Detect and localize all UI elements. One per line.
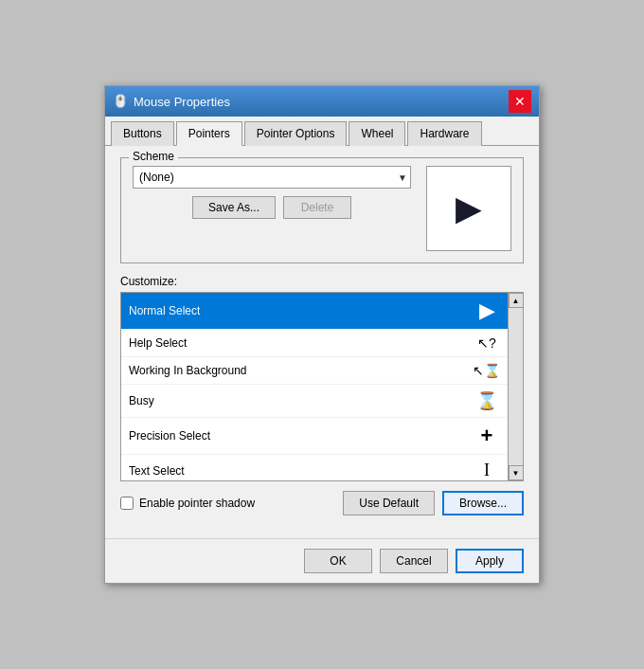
list-item-text-select[interactable]: Text Select I [121, 455, 508, 481]
ok-button[interactable]: OK [304, 549, 372, 573]
list-item-name: Normal Select [129, 304, 200, 317]
list-item-name: Help Select [129, 336, 187, 350]
content-area: Scheme (None) ▼ Save As... Delete ▶ [105, 146, 539, 538]
cancel-button[interactable]: Cancel [380, 549, 448, 573]
list-item-name: Precision Select [129, 429, 210, 443]
scheme-group-label: Scheme [129, 150, 178, 163]
list-item-busy[interactable]: Busy ⌛ [121, 385, 508, 418]
close-button[interactable]: ✕ [509, 90, 531, 113]
scheme-left: (None) ▼ Save As... Delete [133, 166, 411, 219]
cursor-list: Normal Select ▶ Help Select ↖? Working I… [120, 292, 524, 481]
cursor-icon-busy: ⌛ [474, 390, 500, 411]
bottom-buttons: Use Default Browse... [343, 491, 524, 515]
save-as-button[interactable]: Save As... [192, 196, 276, 219]
list-item-normal-select[interactable]: Normal Select ▶ [121, 293, 508, 330]
list-items-wrap: Normal Select ▶ Help Select ↖? Working I… [121, 293, 508, 481]
cursor-icon-text: I [474, 461, 500, 480]
cursor-icon-normal: ▶ [474, 298, 500, 323]
pointer-shadow-checkbox[interactable] [120, 497, 134, 510]
list-scrollbar: ▲ ▼ [508, 293, 523, 480]
tab-pointer-options[interactable]: Pointer Options [244, 121, 348, 146]
list-item-help-select[interactable]: Help Select ↖? [121, 330, 508, 357]
bottom-row: Enable pointer shadow Use Default Browse… [120, 491, 524, 515]
scheme-buttons: Save As... Delete [133, 196, 411, 219]
title-bar-left: 🖱️ Mouse Properties [113, 94, 230, 109]
list-item-name: Text Select [129, 464, 185, 478]
cursor-icon-precision: + [474, 424, 500, 448]
delete-button[interactable]: Delete [283, 196, 351, 219]
cursor-icon-working: ↖⌛ [473, 363, 500, 378]
tab-buttons[interactable]: Buttons [111, 121, 174, 146]
tab-hardware[interactable]: Hardware [407, 121, 481, 146]
tab-wheel[interactable]: Wheel [349, 121, 405, 146]
use-default-button[interactable]: Use Default [343, 491, 435, 515]
title-bar: 🖱️ Mouse Properties ✕ [105, 86, 539, 117]
scheme-select[interactable]: (None) [133, 166, 411, 189]
list-item-working-bg[interactable]: Working In Background ↖⌛ [121, 357, 508, 385]
mouse-icon: 🖱️ [113, 94, 128, 109]
mouse-properties-window: 🖱️ Mouse Properties ✕ Buttons Pointers P… [104, 85, 540, 584]
pointer-shadow-label: Enable pointer shadow [120, 497, 255, 510]
tab-bar: Buttons Pointers Pointer Options Wheel H… [105, 117, 539, 146]
scheme-select-wrapper: (None) ▼ [133, 166, 411, 189]
browse-button[interactable]: Browse... [442, 491, 524, 515]
scheme-group: Scheme (None) ▼ Save As... Delete ▶ [120, 157, 524, 263]
scroll-up-button[interactable]: ▲ [509, 293, 524, 308]
apply-button[interactable]: Apply [456, 549, 524, 573]
customize-label: Customize: [120, 275, 524, 288]
pointer-shadow-text: Enable pointer shadow [139, 497, 255, 510]
list-item-name: Working In Background [129, 364, 247, 377]
window-title: Mouse Properties [134, 95, 230, 109]
scheme-row: (None) ▼ Save As... Delete ▶ [133, 166, 511, 251]
tab-pointers[interactable]: Pointers [176, 121, 242, 146]
scroll-track [509, 308, 523, 465]
cursor-preview-box: ▶ [426, 166, 511, 251]
scroll-down-button[interactable]: ▼ [509, 465, 524, 480]
cursor-icon-help: ↖? [474, 335, 500, 351]
cursor-preview-icon: ▶ [456, 191, 482, 226]
list-item-name: Busy [129, 394, 154, 407]
list-item-precision-select[interactable]: Precision Select + [121, 418, 508, 455]
footer: OK Cancel Apply [105, 538, 539, 583]
